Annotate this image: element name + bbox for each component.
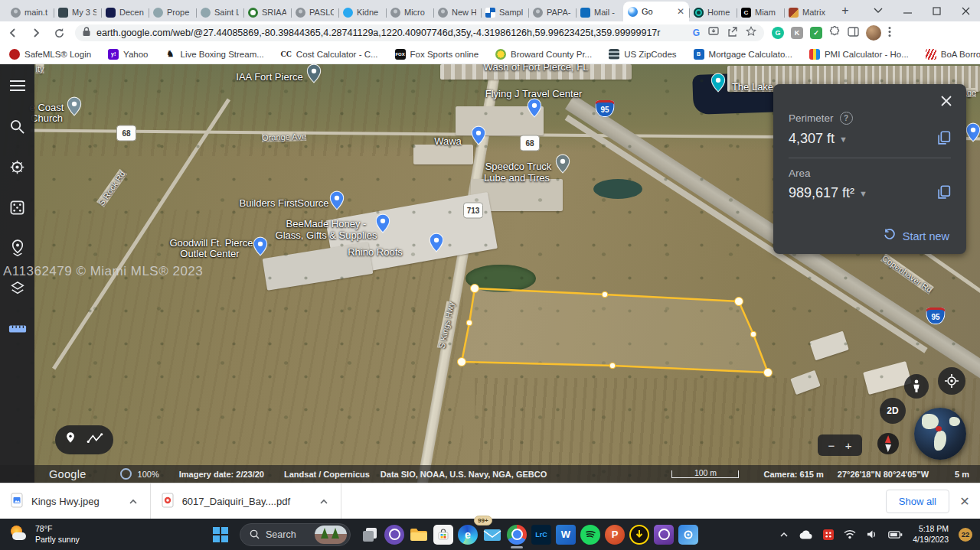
overview-globe[interactable] [914, 408, 966, 460]
notification-count-badge[interactable]: 22 [959, 528, 972, 542]
browser-tab-main-t[interactable]: main.t [6, 3, 54, 21]
browser-tab-kidne[interactable]: Kidne [338, 3, 386, 21]
browser-tab-papa-[interactable]: PAPA- [528, 3, 576, 21]
browser-tab-new-h[interactable]: New H [433, 3, 481, 21]
taskbar-weather-widget[interactable]: 78°F Partly sunny [9, 524, 185, 544]
browser-tab-home[interactable]: Home [689, 3, 737, 21]
bookmark-star-icon[interactable] [746, 26, 756, 40]
bookmark-boa-borrower-portal[interactable]: BoA Borrower Portal [926, 49, 980, 60]
measure-tool-icon[interactable] [7, 318, 28, 340]
bookmark-pmi-calculator-ho-[interactable]: PMI Calculator - Ho... [809, 49, 909, 60]
share-icon[interactable] [727, 26, 737, 40]
url-text[interactable]: earth.google.com/web/@27.44085869,-80.39… [96, 28, 687, 38]
browser-tab-prope[interactable]: Prope [149, 3, 196, 21]
download-options-chevron[interactable] [129, 496, 138, 507]
pegman-street-view[interactable] [904, 374, 929, 399]
install-app-icon[interactable] [708, 26, 719, 40]
download-options-chevron[interactable] [319, 496, 328, 507]
copy-area-icon[interactable] [936, 184, 952, 201]
reload-button[interactable] [49, 23, 69, 43]
browser-tab-matrix[interactable]: Matrix [784, 3, 831, 21]
map-place-pin[interactable] [307, 64, 322, 86]
projects-pin-icon[interactable] [7, 237, 28, 259]
back-button[interactable] [3, 23, 23, 43]
download-item-1[interactable]: Kings Hwy.jpeg [0, 483, 151, 519]
area-unit-dropdown[interactable]: ▼ [859, 189, 867, 198]
show-all-downloads-button[interactable]: Show all [886, 490, 949, 513]
map-place-pin[interactable] [711, 73, 726, 96]
taskbar-search-box[interactable]: Search [240, 523, 351, 546]
help-icon[interactable]: ? [840, 112, 853, 125]
map-place-pin[interactable] [528, 98, 542, 121]
taskbar-clock[interactable]: 5:18 PM 4/19/2023 [913, 524, 949, 545]
profile-avatar[interactable] [866, 25, 881, 41]
side-panel-icon[interactable] [848, 26, 859, 40]
k-extension-icon[interactable]: K [791, 27, 803, 39]
taskbar-app-mail[interactable]: 99+ [480, 519, 505, 550]
browser-tab-my-3-s[interactable]: My 3 S [54, 3, 101, 21]
taskbar-app-explorer[interactable] [407, 519, 431, 550]
close-measure-panel-icon[interactable] [939, 93, 954, 109]
battery-pen-icon[interactable] [888, 530, 903, 539]
toggle-2d-button[interactable]: 2D [880, 398, 906, 424]
tray-chevron-icon[interactable] [779, 531, 789, 539]
search-highlight-thumbnail[interactable] [315, 526, 347, 544]
start-new-button[interactable]: Start new [884, 229, 949, 243]
taskbar-app-purple-app[interactable] [382, 519, 407, 550]
draw-path-icon[interactable] [87, 433, 103, 447]
bookmark-mortgage-calculato-[interactable]: BMortgage Calculato... [694, 49, 792, 60]
extensions-puzzle-icon[interactable] [829, 26, 841, 41]
my-location-button[interactable] [938, 367, 965, 395]
map-place-pin[interactable] [67, 96, 82, 119]
map-place-pin[interactable] [966, 122, 980, 145]
browser-tab-sampl[interactable]: Sampl [481, 3, 528, 21]
close-window-button[interactable] [951, 0, 980, 21]
zoom-in-button[interactable]: + [845, 439, 852, 452]
browser-tab-micro[interactable]: Micro [386, 3, 433, 21]
browser-tab-miam[interactable]: CMiam [737, 3, 784, 21]
map-place-pin[interactable] [556, 154, 570, 177]
map-place-pin[interactable] [330, 190, 345, 213]
taskbar-app-quik[interactable] [652, 519, 676, 550]
taskbar-app-word[interactable]: W [554, 519, 578, 550]
taskbar-app-photos[interactable] [676, 519, 701, 550]
start-button[interactable] [208, 519, 233, 550]
compass[interactable] [877, 433, 899, 454]
volume-icon[interactable] [866, 529, 878, 539]
download-item-2[interactable]: 6017_Daiquiri_Bay....pdf [151, 483, 341, 519]
search-icon[interactable] [7, 116, 28, 137]
map-place-pin[interactable] [253, 236, 268, 259]
close-downloads-bar-icon[interactable]: ✕ [949, 494, 980, 509]
address-bar[interactable]: earth.google.com/web/@27.44085869,-80.39… [75, 24, 764, 41]
ssl-lock-icon[interactable] [83, 26, 90, 40]
google-earth-map-view[interactable]: ityWash of Fort Pierce, FLIAA Fort Pierc… [0, 64, 980, 483]
bookmark-us-zipcodes[interactable]: US ZipCodes [609, 49, 676, 60]
taskbar-app-spotify[interactable] [578, 519, 603, 550]
browser-tab-decen[interactable]: Decen [101, 3, 149, 21]
maximize-button[interactable] [922, 0, 951, 21]
map-place-pin[interactable] [430, 233, 444, 255]
taskbar-app-downloader[interactable] [627, 519, 652, 550]
browser-tab-saint-l[interactable]: Saint L [196, 3, 243, 21]
new-tab-button[interactable]: + [836, 2, 854, 20]
menu-icon[interactable] [7, 75, 28, 96]
bookmark-fox-sports-online[interactable]: FOXFox Sports online [395, 49, 479, 60]
tab-close-icon[interactable]: ✕ [677, 6, 684, 17]
bookmark-broward-county-pr-[interactable]: Broward County Pr... [495, 49, 592, 60]
copy-perimeter-icon[interactable] [936, 130, 952, 147]
browser-menu-icon[interactable] [888, 26, 891, 41]
map-style-layers-icon[interactable] [7, 278, 28, 299]
check-extension-icon[interactable]: ✓ [810, 27, 822, 39]
bookmark-live-boxing-stream-[interactable]: ♞Live Boxing Stream... [165, 49, 264, 60]
add-placemark-icon[interactable] [65, 431, 76, 448]
taskbar-app-chrome[interactable] [505, 519, 529, 550]
taskbar-app-lightroom[interactable]: LrC [529, 519, 554, 550]
feeling-lucky-dice-icon[interactable] [7, 197, 28, 218]
tray-app-icon[interactable] [823, 529, 834, 540]
wifi-icon[interactable] [844, 529, 856, 539]
window-menu-chevron-icon[interactable] [864, 0, 893, 21]
voyager-icon[interactable] [7, 156, 28, 177]
map-place-pin[interactable] [472, 125, 486, 148]
perimeter-unit-dropdown[interactable]: ▼ [839, 135, 848, 144]
browser-tab-mail-[interactable]: Mail - [576, 3, 623, 21]
